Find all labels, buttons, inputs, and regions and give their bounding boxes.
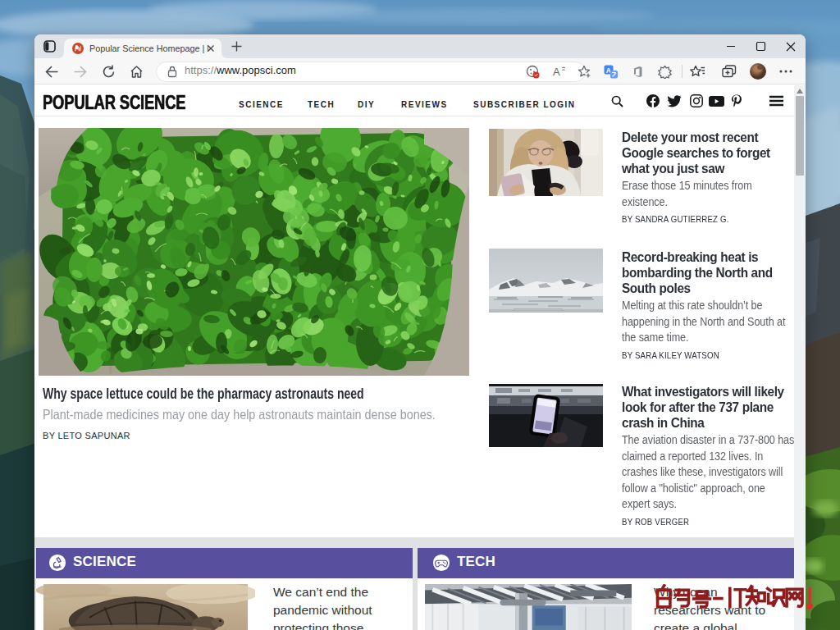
svg-text:A: A [553, 66, 560, 78]
